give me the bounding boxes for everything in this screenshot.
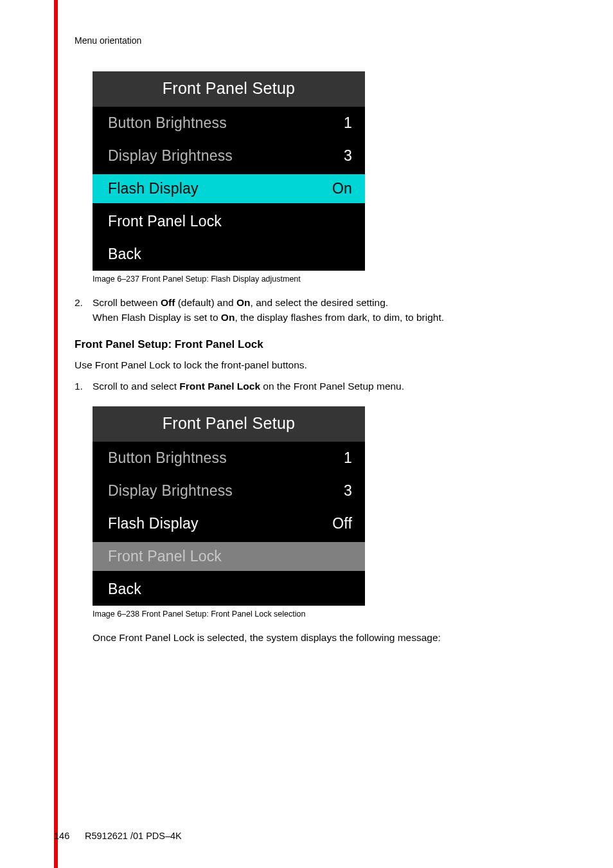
menu-label: Button Brightness: [108, 449, 337, 467]
menu-screenshot-1: Front Panel Setup Button Brightness 1 Di…: [93, 71, 365, 271]
menu-row-back: Back: [93, 573, 365, 606]
page-number: 146: [54, 831, 85, 841]
step-number: 1.: [75, 379, 83, 393]
image-caption-2: Image 6–238 Front Panel Setup: Front Pan…: [93, 610, 574, 619]
menu-row-button-brightness: Button Brightness 1: [93, 442, 365, 475]
menu-value: On: [332, 180, 352, 197]
doc-reference: R5912621 /01 PDS–4K: [85, 831, 182, 841]
menu-value: 1: [344, 449, 352, 467]
menu-row-flash-display: Flash Display On: [93, 172, 365, 205]
menu-label: Front Panel Lock: [108, 213, 346, 230]
menu-row-display-brightness: Display Brightness 3: [93, 475, 365, 507]
menu-label: Back: [108, 581, 346, 598]
menu-row-display-brightness: Display Brightness 3: [93, 140, 365, 172]
step-number: 2.: [75, 295, 83, 310]
menu-row-front-panel-lock: Front Panel Lock: [93, 540, 365, 573]
menu-value: Off: [332, 515, 352, 532]
menu-label: Flash Display: [108, 515, 326, 532]
menu-label: Display Brightness: [108, 147, 337, 165]
section-heading: Front Panel Setup: Front Panel Lock: [75, 338, 574, 351]
menu-row-back: Back: [93, 238, 365, 271]
page-footer: 146 R5912621 /01 PDS–4K: [54, 831, 182, 841]
accent-bar: [54, 0, 58, 868]
menu-title: Front Panel Setup: [93, 71, 365, 107]
menu-label: Button Brightness: [108, 114, 337, 132]
menu-value: 3: [344, 147, 352, 165]
menu-title: Front Panel Setup: [93, 406, 365, 442]
menu-label: Back: [108, 246, 346, 263]
step-1: 1. Scroll to and select Front Panel Lock…: [75, 379, 574, 393]
step-text: Scroll to and select Front Panel Lock on…: [93, 381, 404, 392]
step-text: Scroll between Off (default) and On, and…: [93, 297, 444, 323]
running-header: Menu orientation: [75, 35, 574, 46]
image-caption-1: Image 6–237 Front Panel Setup: Flash Dis…: [93, 275, 574, 284]
menu-row-front-panel-lock: Front Panel Lock: [93, 205, 365, 238]
menu-value: 3: [344, 482, 352, 500]
menu-label: Display Brightness: [108, 482, 337, 500]
menu-screenshot-2: Front Panel Setup Button Brightness 1 Di…: [93, 406, 365, 606]
menu-label: Front Panel Lock: [108, 548, 346, 565]
menu-row-flash-display: Flash Display Off: [93, 507, 365, 540]
paragraph: Once Front Panel Lock is selected, the s…: [93, 630, 574, 645]
menu-row-button-brightness: Button Brightness 1: [93, 107, 365, 140]
menu-label: Flash Display: [108, 180, 326, 197]
paragraph: Use Front Panel Lock to lock the front-p…: [75, 357, 574, 372]
menu-value: 1: [344, 114, 352, 132]
step-2: 2. Scroll between Off (default) and On, …: [75, 295, 574, 325]
